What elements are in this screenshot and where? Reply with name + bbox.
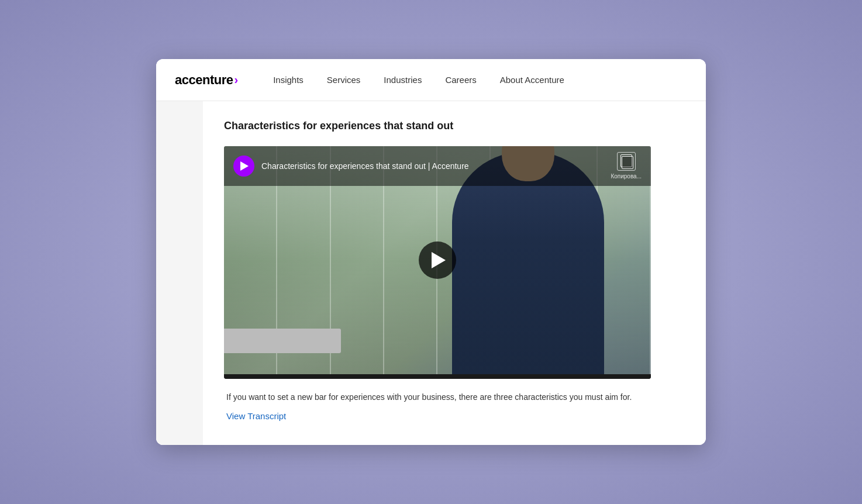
video-background: Characteristics for experiences that sta… bbox=[224, 146, 651, 374]
copy-label: Копирова... bbox=[611, 173, 642, 179]
video-player[interactable]: Characteristics for experiences that sta… bbox=[224, 146, 651, 379]
copy-button-area[interactable]: Копирова... bbox=[611, 152, 642, 180]
sidebar bbox=[156, 101, 203, 444]
nav-links: Insights Services Industries Careers Abo… bbox=[273, 75, 564, 85]
nav-item-about[interactable]: About Accenture bbox=[500, 75, 564, 85]
content-area: Characteristics for experiences that sta… bbox=[156, 101, 706, 444]
nav-link-insights[interactable]: Insights bbox=[273, 75, 304, 85]
logo-chevron-icon: › bbox=[234, 73, 238, 87]
nav-link-careers[interactable]: Careers bbox=[445, 75, 476, 85]
copy-icon-front bbox=[622, 156, 633, 169]
view-transcript-link[interactable]: View Transcript bbox=[224, 411, 286, 421]
nav-item-careers[interactable]: Careers bbox=[445, 75, 476, 85]
browser-window: accenture› Insights Services Industries … bbox=[156, 59, 706, 444]
copy-icon[interactable] bbox=[617, 152, 636, 171]
nav-link-industries[interactable]: Industries bbox=[384, 75, 422, 85]
nav-item-services[interactable]: Services bbox=[327, 75, 361, 85]
logo-area: accenture› bbox=[175, 73, 238, 88]
logo-text: accenture bbox=[175, 73, 233, 88]
main-content: Characteristics for experiences that sta… bbox=[203, 101, 706, 444]
video-progress-bar[interactable] bbox=[224, 329, 341, 353]
nav-item-industries[interactable]: Industries bbox=[384, 75, 422, 85]
navbar: accenture› Insights Services Industries … bbox=[156, 59, 706, 101]
nav-link-about[interactable]: About Accenture bbox=[500, 75, 564, 85]
play-icon bbox=[432, 252, 446, 268]
page-title: Characteristics for experiences that sta… bbox=[224, 120, 678, 132]
video-controls-strip[interactable] bbox=[224, 374, 651, 379]
play-triangle-icon bbox=[240, 161, 249, 171]
play-button[interactable] bbox=[419, 241, 456, 279]
video-top-bar: Characteristics for experiences that sta… bbox=[224, 146, 651, 186]
video-description: If you want to set a new bar for experie… bbox=[224, 391, 678, 403]
nav-link-services[interactable]: Services bbox=[327, 75, 361, 85]
video-embed-title: Characteristics for experiences that sta… bbox=[261, 161, 604, 171]
nav-item-insights[interactable]: Insights bbox=[273, 75, 304, 85]
accenture-logo-icon bbox=[233, 156, 254, 177]
